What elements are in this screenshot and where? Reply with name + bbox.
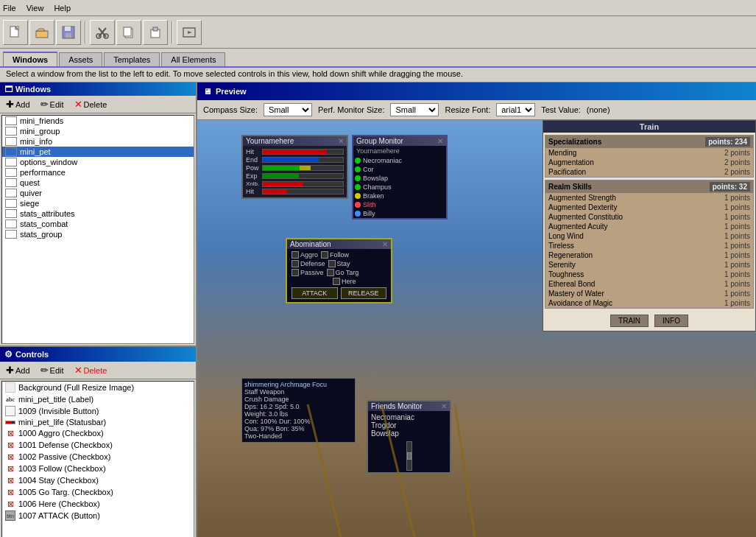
compass-size-select[interactable]: SmallMediumLarge <box>264 103 312 116</box>
ctrl-1003-follow[interactable]: ⊠ 1003 Follow (Checkbox) <box>2 463 194 474</box>
friends-scroll-thumb <box>407 452 411 460</box>
window-item-icon <box>5 178 17 187</box>
member-status-dot <box>355 193 361 199</box>
train-window[interactable]: Train Specializations points: 234 Mendin… <box>543 120 756 331</box>
perf-monitor-select[interactable]: SmallMediumLarge <box>390 103 439 116</box>
list-item-stats-group[interactable]: stats_group <box>2 229 194 239</box>
player-close-btn[interactable]: ✕ <box>338 137 344 145</box>
windows-delete-btn[interactable]: ✕ Delete <box>71 98 110 110</box>
ctrl-1006-here[interactable]: ⊠ 1006 Here (Checkbox) <box>2 498 194 510</box>
preview-canvas[interactable]: Yournamehere ✕ Hit End Pow <box>197 120 756 537</box>
svg-line-18 <box>455 404 477 537</box>
list-item-quest[interactable]: quest <box>2 178 194 188</box>
pet-release-btn[interactable]: RELEASE <box>341 287 387 299</box>
group-close-btn[interactable]: ✕ <box>437 137 443 145</box>
friends-scrollbar[interactable] <box>406 441 412 471</box>
toolbar-copy-btn[interactable] <box>116 20 141 45</box>
list-item-quiver[interactable]: quiver <box>2 188 194 198</box>
member-status-dot <box>355 202 361 208</box>
controls-delete-btn[interactable]: ✕ Delete <box>71 364 110 376</box>
tab-all-elements[interactable]: All Elements <box>161 52 225 66</box>
windows-edit-btn[interactable]: ✏ Edit <box>38 98 67 110</box>
realm-points: points: 32 <box>710 182 750 192</box>
group-member-bowslap: Bowslap <box>353 174 446 183</box>
friends-monitor-window[interactable]: Friends Monitor ✕ Necromaniac Trogdor Bo… <box>367 400 451 474</box>
controls-add-label: Add <box>15 366 30 375</box>
window-item-icon <box>5 199 17 208</box>
pet-cb-here[interactable]: Here <box>333 278 356 285</box>
toolbar-new-btn[interactable] <box>3 20 28 45</box>
train-train-btn[interactable]: TRAIN <box>610 315 649 327</box>
pet-cb-passive[interactable]: Passive <box>292 269 324 276</box>
ctrl-1005-go-targ[interactable]: ⊠ 1005 Go Targ. (Checkbox) <box>2 486 194 498</box>
realm-long-wind: Long Wind1 points <box>545 231 753 241</box>
stat-end: End <box>246 156 344 164</box>
ctrl-background[interactable]: Background (Full Resize Image) <box>2 382 194 393</box>
list-item-stats-attributes[interactable]: stats_attributes <box>2 208 194 219</box>
spec-label: Specializations <box>548 138 601 146</box>
toolbar-cut-btn[interactable] <box>90 20 115 45</box>
list-item-performance[interactable]: performance <box>2 167 194 178</box>
ctrl-1004-stay[interactable]: ⊠ 1004 Stay (Checkbox) <box>2 474 194 486</box>
resize-font-select[interactable]: arial1arial2 <box>496 103 535 116</box>
pet-cb-empty <box>292 278 330 285</box>
controls-title: Controls <box>15 350 49 359</box>
ctrl-checkbox-icon: ⊠ <box>5 487 15 497</box>
friend-trogdor: Trogdor <box>371 421 447 429</box>
group-monitor-window[interactable]: Group Monitor ✕ Yournamehere Necromaniac… <box>352 135 448 220</box>
group-members: Necromaniac Cor Bowslap Champus Braken S… <box>353 156 446 218</box>
toolbar-open-btn[interactable] <box>29 20 54 45</box>
item-name: shimmering Archmage Focu <box>244 381 353 388</box>
preview-title: Preview <box>216 87 247 96</box>
pet-cb-follow[interactable]: Follow <box>321 251 349 259</box>
windows-list[interactable]: mini_friends mini_group mini_info mini_p… <box>1 115 194 344</box>
friends-close-btn[interactable]: ✕ <box>441 402 447 410</box>
ctrl-mini-pet-title[interactable]: abc mini_pet_title (Label) <box>2 393 194 405</box>
list-item-mini-friends[interactable]: mini_friends <box>2 116 194 126</box>
toolbar-preview-btn[interactable] <box>177 20 202 45</box>
list-item-stats-combat[interactable]: stats_combat <box>2 219 194 229</box>
ctrl-1000-aggro[interactable]: ⊠ 1000 Aggro (Checkbox) <box>2 427 194 439</box>
menu-view[interactable]: View <box>27 4 44 13</box>
delete-icon: ✕ <box>74 365 82 376</box>
pet-window[interactable]: Abomination ✕ Aggro Follow Defense Stay … <box>286 238 392 303</box>
train-info-btn[interactable]: INFO <box>654 315 688 327</box>
pet-cb-stay[interactable]: Stay <box>328 260 350 267</box>
tab-templates[interactable]: Templates <box>104 52 160 66</box>
controls-list[interactable]: Background (Full Resize Image) abc mini_… <box>1 381 194 537</box>
toolbar-sep2 <box>172 21 173 43</box>
group-member-cor: Cor <box>353 165 446 174</box>
list-item-siege[interactable]: siege <box>2 198 194 208</box>
pet-cb-aggro[interactable]: Aggro <box>292 251 318 259</box>
menu-file[interactable]: File <box>3 4 16 13</box>
ctrl-mini-pet-life[interactable]: mini_pet_life (Statusbar) <box>2 417 194 427</box>
list-item-mini-pet[interactable]: mini_pet <box>2 147 194 157</box>
item-window[interactable]: shimmering Archmage Focu Staff Weapon Cr… <box>241 378 356 443</box>
tab-assets[interactable]: Assets <box>59 52 102 66</box>
pet-attack-btn[interactable]: ATTACK <box>292 287 338 299</box>
pet-close-btn[interactable]: ✕ <box>382 240 388 248</box>
list-item-options-window[interactable]: options_window <box>2 157 194 167</box>
delete-icon: ✕ <box>74 99 82 110</box>
tab-windows[interactable]: Windows <box>3 52 57 66</box>
list-item-mini-info[interactable]: mini_info <box>2 136 194 147</box>
ctrl-background-icon <box>5 382 15 393</box>
player-window[interactable]: Yournamehere ✕ Hit End Pow <box>241 135 348 199</box>
windows-add-btn[interactable]: ✚ Add <box>3 98 33 110</box>
item-con: Con: 100% Dur: 100% <box>244 418 353 425</box>
ctrl-1009-invisible-btn[interactable]: 1009 (Invisible Button) <box>2 405 194 417</box>
pet-cb-go-targ[interactable]: Go Targ <box>327 269 359 276</box>
member-status-dot <box>355 158 361 164</box>
ctrl-1007-attack[interactable]: btn 1007 ATTACK (Button) <box>2 510 194 522</box>
menu-help[interactable]: Help <box>54 4 71 13</box>
controls-edit-btn[interactable]: ✏ Edit <box>38 364 67 376</box>
list-item-mini-group[interactable]: mini_group <box>2 126 194 136</box>
pet-cb-defense[interactable]: Defense <box>292 260 325 267</box>
ctrl-1002-passive[interactable]: ⊠ 1002 Passive (Checkbox) <box>2 451 194 463</box>
ctrl-1001-defense[interactable]: ⊠ 1001 Defense (Checkbox) <box>2 439 194 451</box>
window-item-icon <box>5 127 17 136</box>
controls-add-btn[interactable]: ✚ Add <box>3 364 33 376</box>
toolbar-paste-btn[interactable] <box>143 20 168 45</box>
compass-size-label: Compass Size: <box>203 105 258 114</box>
toolbar-save-btn[interactable] <box>56 20 81 45</box>
